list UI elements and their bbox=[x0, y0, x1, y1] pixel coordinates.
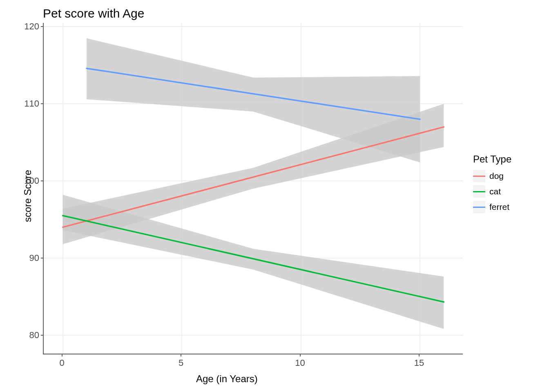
series-line-dog bbox=[63, 127, 444, 227]
chart-container: Pet score with Age score Score Age (in Y… bbox=[0, 0, 549, 392]
plot-svg bbox=[44, 23, 463, 354]
y-tick-label: 100 bbox=[15, 176, 39, 186]
legend-item-ferret: ferret bbox=[473, 201, 511, 213]
legend-title: Pet Type bbox=[473, 154, 511, 165]
plot-area bbox=[43, 23, 463, 354]
legend-label: ferret bbox=[489, 202, 509, 212]
legend-item-cat: cat bbox=[473, 185, 511, 198]
y-tick-label: 80 bbox=[15, 330, 39, 341]
confidence-ribbon-cat bbox=[63, 195, 444, 329]
x-tick-mark bbox=[300, 354, 301, 356]
legend: Pet Type dogcatferret bbox=[473, 154, 511, 216]
y-tick-label: 90 bbox=[15, 253, 39, 263]
y-tick-label: 120 bbox=[15, 21, 39, 32]
legend-key bbox=[473, 185, 485, 198]
x-tick-label: 15 bbox=[414, 358, 424, 368]
legend-line-icon bbox=[473, 207, 485, 208]
y-tick-label: 110 bbox=[15, 98, 39, 109]
confidence-ribbon-ferret bbox=[87, 38, 420, 163]
x-tick-mark bbox=[181, 354, 181, 356]
x-tick-mark bbox=[62, 354, 62, 356]
legend-item-dog: dog bbox=[473, 170, 511, 182]
series-line-cat bbox=[63, 216, 444, 302]
x-tick-label: 10 bbox=[295, 358, 305, 368]
x-tick-mark bbox=[419, 354, 420, 356]
legend-items: dogcatferret bbox=[473, 170, 511, 213]
chart-title: Pet score with Age bbox=[43, 7, 144, 20]
x-tick-label: 5 bbox=[179, 358, 183, 368]
legend-label: cat bbox=[489, 187, 501, 196]
legend-label: dog bbox=[489, 171, 504, 181]
legend-key bbox=[473, 201, 485, 213]
legend-line-icon bbox=[473, 176, 485, 177]
legend-key bbox=[473, 170, 485, 182]
x-axis-label: Age (in Years) bbox=[196, 373, 258, 385]
legend-line-icon bbox=[473, 191, 485, 192]
x-tick-label: 0 bbox=[60, 358, 65, 368]
